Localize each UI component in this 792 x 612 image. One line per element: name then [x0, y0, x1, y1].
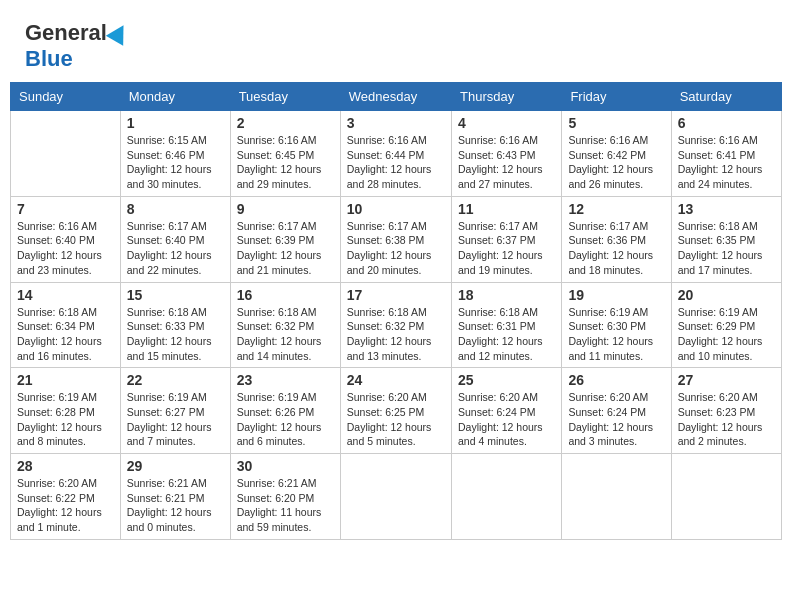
calendar-cell: 28Sunrise: 6:20 AM Sunset: 6:22 PM Dayli… — [11, 454, 121, 540]
day-info: Sunrise: 6:19 AM Sunset: 6:27 PM Dayligh… — [127, 390, 224, 449]
day-number: 15 — [127, 287, 224, 303]
day-info: Sunrise: 6:20 AM Sunset: 6:24 PM Dayligh… — [568, 390, 664, 449]
calendar-week-row: 1Sunrise: 6:15 AM Sunset: 6:46 PM Daylig… — [11, 111, 782, 197]
day-info: Sunrise: 6:19 AM Sunset: 6:29 PM Dayligh… — [678, 305, 775, 364]
day-number: 7 — [17, 201, 114, 217]
day-number: 9 — [237, 201, 334, 217]
day-info: Sunrise: 6:16 AM Sunset: 6:41 PM Dayligh… — [678, 133, 775, 192]
calendar-cell: 18Sunrise: 6:18 AM Sunset: 6:31 PM Dayli… — [451, 282, 561, 368]
calendar-cell — [340, 454, 451, 540]
day-info: Sunrise: 6:16 AM Sunset: 6:45 PM Dayligh… — [237, 133, 334, 192]
day-number: 30 — [237, 458, 334, 474]
logo-general-text: General — [25, 20, 107, 46]
day-info: Sunrise: 6:20 AM Sunset: 6:24 PM Dayligh… — [458, 390, 555, 449]
calendar-cell: 5Sunrise: 6:16 AM Sunset: 6:42 PM Daylig… — [562, 111, 671, 197]
day-number: 4 — [458, 115, 555, 131]
calendar-header-friday: Friday — [562, 83, 671, 111]
calendar-cell: 14Sunrise: 6:18 AM Sunset: 6:34 PM Dayli… — [11, 282, 121, 368]
calendar-header-sunday: Sunday — [11, 83, 121, 111]
calendar-cell: 20Sunrise: 6:19 AM Sunset: 6:29 PM Dayli… — [671, 282, 781, 368]
day-number: 20 — [678, 287, 775, 303]
calendar-cell: 3Sunrise: 6:16 AM Sunset: 6:44 PM Daylig… — [340, 111, 451, 197]
day-number: 14 — [17, 287, 114, 303]
calendar-cell: 27Sunrise: 6:20 AM Sunset: 6:23 PM Dayli… — [671, 368, 781, 454]
calendar-header-saturday: Saturday — [671, 83, 781, 111]
day-number: 12 — [568, 201, 664, 217]
calendar-cell: 29Sunrise: 6:21 AM Sunset: 6:21 PM Dayli… — [120, 454, 230, 540]
day-info: Sunrise: 6:19 AM Sunset: 6:28 PM Dayligh… — [17, 390, 114, 449]
day-number: 1 — [127, 115, 224, 131]
day-number: 17 — [347, 287, 445, 303]
day-number: 21 — [17, 372, 114, 388]
day-number: 16 — [237, 287, 334, 303]
day-number: 8 — [127, 201, 224, 217]
day-info: Sunrise: 6:16 AM Sunset: 6:43 PM Dayligh… — [458, 133, 555, 192]
day-info: Sunrise: 6:16 AM Sunset: 6:42 PM Dayligh… — [568, 133, 664, 192]
day-number: 3 — [347, 115, 445, 131]
calendar-cell: 16Sunrise: 6:18 AM Sunset: 6:32 PM Dayli… — [230, 282, 340, 368]
calendar-cell: 24Sunrise: 6:20 AM Sunset: 6:25 PM Dayli… — [340, 368, 451, 454]
calendar-table: SundayMondayTuesdayWednesdayThursdayFrid… — [10, 82, 782, 540]
calendar-cell — [451, 454, 561, 540]
day-info: Sunrise: 6:18 AM Sunset: 6:32 PM Dayligh… — [347, 305, 445, 364]
day-number: 10 — [347, 201, 445, 217]
logo-triangle-icon — [106, 20, 132, 46]
calendar-cell — [671, 454, 781, 540]
calendar-week-row: 14Sunrise: 6:18 AM Sunset: 6:34 PM Dayli… — [11, 282, 782, 368]
page-header: General Blue — [10, 10, 782, 77]
calendar-header-monday: Monday — [120, 83, 230, 111]
calendar-header-thursday: Thursday — [451, 83, 561, 111]
day-number: 25 — [458, 372, 555, 388]
day-number: 22 — [127, 372, 224, 388]
calendar-cell — [562, 454, 671, 540]
calendar-week-row: 28Sunrise: 6:20 AM Sunset: 6:22 PM Dayli… — [11, 454, 782, 540]
day-info: Sunrise: 6:17 AM Sunset: 6:40 PM Dayligh… — [127, 219, 224, 278]
day-info: Sunrise: 6:20 AM Sunset: 6:22 PM Dayligh… — [17, 476, 114, 535]
calendar-body: 1Sunrise: 6:15 AM Sunset: 6:46 PM Daylig… — [11, 111, 782, 540]
calendar-cell: 26Sunrise: 6:20 AM Sunset: 6:24 PM Dayli… — [562, 368, 671, 454]
day-info: Sunrise: 6:18 AM Sunset: 6:33 PM Dayligh… — [127, 305, 224, 364]
calendar-cell: 11Sunrise: 6:17 AM Sunset: 6:37 PM Dayli… — [451, 196, 561, 282]
calendar-cell: 25Sunrise: 6:20 AM Sunset: 6:24 PM Dayli… — [451, 368, 561, 454]
calendar-cell: 13Sunrise: 6:18 AM Sunset: 6:35 PM Dayli… — [671, 196, 781, 282]
day-number: 6 — [678, 115, 775, 131]
calendar-week-row: 21Sunrise: 6:19 AM Sunset: 6:28 PM Dayli… — [11, 368, 782, 454]
calendar-cell — [11, 111, 121, 197]
day-info: Sunrise: 6:21 AM Sunset: 6:21 PM Dayligh… — [127, 476, 224, 535]
day-info: Sunrise: 6:16 AM Sunset: 6:40 PM Dayligh… — [17, 219, 114, 278]
day-number: 27 — [678, 372, 775, 388]
day-info: Sunrise: 6:17 AM Sunset: 6:39 PM Dayligh… — [237, 219, 334, 278]
calendar-cell: 17Sunrise: 6:18 AM Sunset: 6:32 PM Dayli… — [340, 282, 451, 368]
day-info: Sunrise: 6:21 AM Sunset: 6:20 PM Dayligh… — [237, 476, 334, 535]
day-number: 5 — [568, 115, 664, 131]
calendar-header-tuesday: Tuesday — [230, 83, 340, 111]
day-info: Sunrise: 6:18 AM Sunset: 6:34 PM Dayligh… — [17, 305, 114, 364]
day-number: 19 — [568, 287, 664, 303]
day-info: Sunrise: 6:18 AM Sunset: 6:32 PM Dayligh… — [237, 305, 334, 364]
day-info: Sunrise: 6:19 AM Sunset: 6:26 PM Dayligh… — [237, 390, 334, 449]
day-info: Sunrise: 6:18 AM Sunset: 6:35 PM Dayligh… — [678, 219, 775, 278]
day-info: Sunrise: 6:17 AM Sunset: 6:36 PM Dayligh… — [568, 219, 664, 278]
day-number: 13 — [678, 201, 775, 217]
day-info: Sunrise: 6:17 AM Sunset: 6:38 PM Dayligh… — [347, 219, 445, 278]
calendar-cell: 2Sunrise: 6:16 AM Sunset: 6:45 PM Daylig… — [230, 111, 340, 197]
day-number: 11 — [458, 201, 555, 217]
day-info: Sunrise: 6:16 AM Sunset: 6:44 PM Dayligh… — [347, 133, 445, 192]
calendar-header-wednesday: Wednesday — [340, 83, 451, 111]
day-info: Sunrise: 6:18 AM Sunset: 6:31 PM Dayligh… — [458, 305, 555, 364]
logo: General Blue — [25, 20, 129, 72]
calendar-cell: 4Sunrise: 6:16 AM Sunset: 6:43 PM Daylig… — [451, 111, 561, 197]
day-number: 24 — [347, 372, 445, 388]
day-info: Sunrise: 6:20 AM Sunset: 6:25 PM Dayligh… — [347, 390, 445, 449]
logo-blue-text: Blue — [25, 46, 73, 72]
day-number: 28 — [17, 458, 114, 474]
day-number: 18 — [458, 287, 555, 303]
calendar-cell: 23Sunrise: 6:19 AM Sunset: 6:26 PM Dayli… — [230, 368, 340, 454]
day-number: 26 — [568, 372, 664, 388]
calendar-week-row: 7Sunrise: 6:16 AM Sunset: 6:40 PM Daylig… — [11, 196, 782, 282]
calendar-cell: 9Sunrise: 6:17 AM Sunset: 6:39 PM Daylig… — [230, 196, 340, 282]
calendar-cell: 12Sunrise: 6:17 AM Sunset: 6:36 PM Dayli… — [562, 196, 671, 282]
calendar-header-row: SundayMondayTuesdayWednesdayThursdayFrid… — [11, 83, 782, 111]
day-number: 2 — [237, 115, 334, 131]
calendar-cell: 22Sunrise: 6:19 AM Sunset: 6:27 PM Dayli… — [120, 368, 230, 454]
